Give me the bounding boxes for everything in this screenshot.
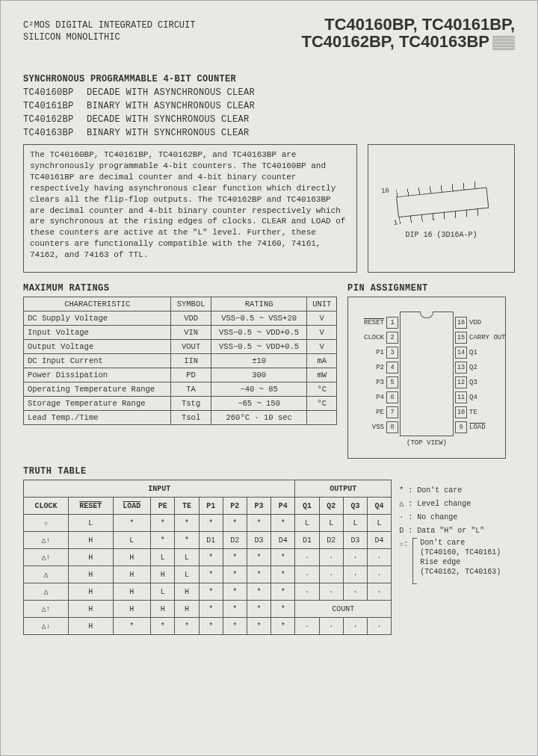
table-row: △HHLH****···· — [24, 583, 392, 601]
pin-number: 15 — [455, 332, 467, 344]
pin-number: 13 — [455, 362, 467, 374]
pin-label: CARRY OUT — [469, 334, 506, 341]
description-text: The TC40160BP, TC40161BP, TC40162BP, and… — [23, 144, 357, 273]
table-header-row: CLOCK RESET LOAD PE TE P1 P2 P3 P4 Q1 Q2… — [24, 498, 392, 515]
pin-number: 10 — [455, 406, 467, 418]
device-title: SYNCHRONOUS PROGRAMMABLE 4-BIT COUNTER — [23, 72, 515, 86]
pin-label: Q3 — [469, 379, 477, 386]
variant-desc: BINARY WITH SYNCHRONOUS CLEAR — [87, 126, 250, 140]
pin-number: 3 — [386, 347, 398, 359]
dip-pin1-label: 1 — [393, 219, 398, 227]
pin-number: 7 — [386, 406, 398, 418]
header-parts-line2: TC40162BP, TC40163BP — [301, 32, 489, 51]
pin-assignment-block: PIN ASSIGNMENT RESET1 CLOCK2 P13 P24 P35… — [347, 280, 506, 459]
pin-view-caption: (TOP VIEW) — [406, 439, 447, 447]
table-row: △↓H*******···· — [24, 618, 392, 635]
dip-icon: 16 1 — [383, 173, 499, 229]
pin-label: RESET — [364, 319, 384, 326]
table-header-row: CHARACTERISTIC SYMBOL RATING UNIT — [24, 297, 337, 312]
max-ratings-table: CHARACTERISTIC SYMBOL RATING UNIT DC Sup… — [23, 297, 337, 425]
pin-label: P3 — [376, 379, 384, 386]
pin-number: 6 — [386, 391, 398, 403]
table-row: △↑HHHH****COUNT — [24, 601, 392, 618]
legend-level-change: △ : Level change — [399, 498, 515, 511]
package-illustration: 16 1 DIP 16 (3D16A-P) — [368, 144, 515, 273]
variant-pn: TC40163BP — [23, 126, 87, 140]
truth-table: INPUT OUTPUT CLOCK RESET LOAD PE TE P1 P… — [23, 480, 392, 635]
dip-pin16-label: 16 — [380, 187, 389, 195]
header-subtitle-1: C²MOS DIGITAL INTEGRATED CIRCUIT — [23, 20, 195, 32]
pin-label: CLOCK — [364, 334, 384, 341]
header-part-numbers: TC40160BP, TC40161BP, TC40162BP, TC40163… — [301, 16, 515, 50]
table-row: Operating Temperature RangeTA−40 ~ 85°C — [24, 382, 337, 397]
variant-desc: DECADE WITH ASYNCHRONOUS CLEAR — [87, 86, 255, 99]
chip-notch-icon — [420, 312, 433, 318]
description-row: The TC40160BP, TC40161BP, TC40162BP, and… — [23, 144, 515, 273]
pin-label: P4 — [376, 394, 384, 401]
legend-star-symbol: ☆: — [399, 538, 412, 584]
table-row: △HHHL****···· — [24, 566, 392, 583]
pin-diagram: RESET1 CLOCK2 P13 P24 P35 P46 PE7 VSS8 V… — [347, 297, 506, 459]
truth-table-legend: * : Don't care △ : Level change · : No c… — [399, 480, 515, 635]
col-symbol: SYMBOL — [171, 297, 211, 312]
pin-label: TE — [469, 409, 477, 416]
pin-label: P2 — [376, 364, 384, 371]
header-left: C²MOS DIGITAL INTEGRATED CIRCUIT SILICON… — [23, 16, 195, 43]
variant-desc: BINARY WITH ASYNCHRONOUS CLEAR — [87, 99, 255, 113]
legend-star-b: Rise edge — [420, 557, 501, 567]
ratings-and-pinout-row: MAXIMUM RATINGS CHARACTERISTIC SYMBOL RA… — [23, 280, 515, 459]
table-row: DC Supply VoltageVDDVSS−0.5 ~ VSS+20V — [24, 312, 337, 326]
pin-label: LOAD — [469, 424, 486, 431]
pin-label: PE — [376, 409, 384, 416]
package-caption: DIP 16 (3D16A-P) — [405, 231, 477, 239]
legend-data: D : Data "H" or "L" — [399, 524, 515, 538]
table-row: Power DissipationPD300mW — [24, 368, 337, 382]
max-ratings-block: MAXIMUM RATINGS CHARACTERISTIC SYMBOL RA… — [23, 280, 337, 459]
pin-label: Q1 — [469, 349, 477, 356]
truth-table-header: TRUTH TABLE — [23, 466, 515, 477]
table-row: ☆L*******LLLL — [24, 515, 392, 532]
table-row: △↑HL**D1D2D3D4D1D2D3D4 — [24, 532, 392, 549]
pin-number: 14 — [455, 347, 467, 359]
table-row: Input VoltageVINVSS−0.5 ~ VDD+0.5V — [24, 326, 337, 340]
legend-star-a: Don't care — [420, 538, 501, 548]
pin-number: 12 — [455, 377, 467, 388]
chip-outline-icon: RESET1 CLOCK2 P13 P24 P35 P46 PE7 VSS8 V… — [400, 312, 454, 436]
pin-number: 16 — [455, 317, 467, 329]
table-row: Lead Temp./TimeTsol260°C · 10 sec — [24, 411, 337, 425]
pin-label: VDD — [469, 319, 481, 326]
variant-pn: TC40161BP — [23, 99, 87, 113]
table-group-row: INPUT OUTPUT — [24, 480, 392, 498]
legend-star-b-parts: (TC40162, TC40163) — [420, 567, 501, 577]
pin-label: Q2 — [469, 364, 477, 371]
table-row: △↑HHLL****···· — [24, 549, 392, 566]
truth-table-row: INPUT OUTPUT CLOCK RESET LOAD PE TE P1 P… — [23, 480, 515, 635]
legend-dont-care: * : Don't care — [399, 484, 515, 498]
datasheet-page: C²MOS DIGITAL INTEGRATED CIRCUIT SILICON… — [0, 0, 538, 756]
header-subtitle-2: SILICON MONOLITHIC — [23, 32, 195, 44]
col-unit: UNIT — [307, 297, 337, 312]
pin-number: 8 — [386, 421, 398, 433]
pin-number: 9 — [455, 421, 467, 433]
legend-no-change: · : No change — [399, 511, 515, 524]
pin-number: 11 — [455, 391, 467, 403]
title-block: SYNCHRONOUS PROGRAMMABLE 4-BIT COUNTER T… — [23, 72, 515, 140]
pin-number: 1 — [386, 317, 398, 329]
pin-assignment-header: PIN ASSIGNMENT — [347, 283, 506, 294]
pin-number: 5 — [386, 377, 398, 388]
pin-label: P1 — [376, 349, 384, 356]
col-characteristic: CHARACTERISTIC — [24, 297, 171, 312]
legend-star-a-parts: (TC40160, TC40161) — [420, 548, 501, 557]
group-input: INPUT — [24, 480, 295, 498]
group-output: OUTPUT — [295, 480, 392, 498]
variant-desc: DECADE WITH SYNCHRONOUS CLEAR — [87, 113, 250, 126]
pin-number: 4 — [386, 362, 398, 374]
variant-pn: TC40160BP — [23, 86, 87, 99]
page-header: C²MOS DIGITAL INTEGRATED CIRCUIT SILICON… — [23, 16, 515, 50]
variant-pn: TC40162BP — [23, 113, 87, 126]
header-stripe-icon — [492, 35, 515, 50]
header-parts-line1: TC40160BP, TC40161BP, — [301, 16, 515, 33]
table-row: Storage Temperature RangeTstg−65 ~ 150°C — [24, 397, 337, 411]
col-rating: RATING — [211, 297, 307, 312]
pin-label: VSS — [372, 424, 384, 431]
